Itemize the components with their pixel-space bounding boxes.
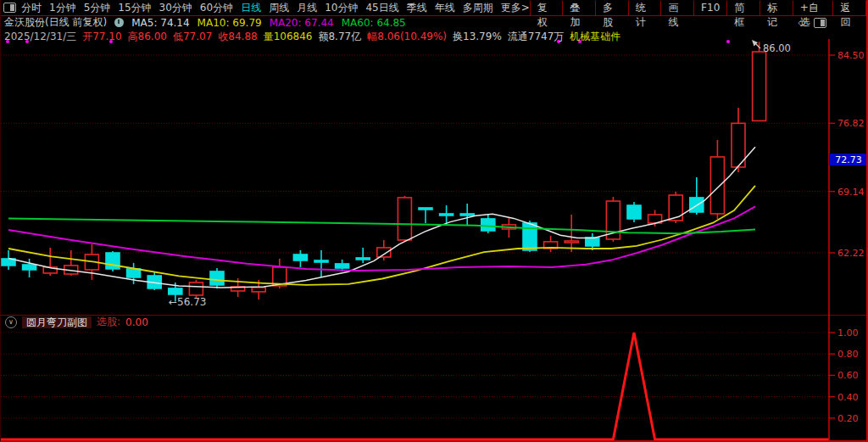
candle (23, 265, 36, 270)
period-menu: 分时1分钟5分钟15分钟30分钟60分钟日线周线月线10分钟45日线季线年线多周… (19, 1, 530, 15)
period-menu-item[interactable]: 45日线 (365, 1, 398, 15)
toolbar-button[interactable]: 标记 (760, 1, 793, 15)
toolbar-button[interactable]: F10 (693, 1, 726, 15)
alarm-icon[interactable] (114, 18, 124, 27)
svg-text:72.73: 72.73 (835, 154, 862, 165)
candle (460, 214, 474, 215)
indicator-select-value: 0.00 (125, 316, 148, 328)
field-change: 幅8.06(10.49%) (367, 30, 447, 44)
price-axis-label: 76.82 (837, 118, 865, 129)
candle (565, 241, 578, 243)
candle (753, 52, 766, 120)
candle (314, 260, 328, 262)
low-annotation: ←56.73 (169, 296, 206, 308)
indicator-panel-header: ∨ 圆月弯刀副图 选股: 0.00 (1, 316, 148, 328)
field-low: 低77.07 (173, 30, 212, 44)
candle (189, 283, 203, 295)
indicator-chart[interactable]: 1.000.800.600.400.20 (1, 315, 868, 442)
period-menu-item[interactable]: 15分钟 (118, 1, 151, 15)
price-axis-label: 84.50 (837, 50, 865, 61)
period-menu-item[interactable]: 周线 (269, 1, 289, 15)
candle (481, 219, 495, 231)
trading-app-window: 分时1分钟5分钟15分钟30分钟60分钟日线周线月线10分钟45日线季线年线多周… (0, 0, 868, 442)
candle (169, 288, 182, 294)
field-date: 2025/12/31/三 (4, 30, 76, 44)
field-high: 高86.00 (128, 30, 167, 44)
period-menu-item[interactable]: 60分钟 (200, 1, 233, 15)
grid-lines: 1.000.800.600.400.20 (1, 327, 859, 424)
main-candlestick-chart[interactable]: 84.5076.8269.1462.2272.7386.00←56.73 (1, 39, 868, 315)
field-industry[interactable]: 机械基础件 (570, 30, 620, 44)
candle (669, 195, 682, 221)
collapse-icon[interactable]: ∨ (5, 316, 17, 328)
indicator-axis-label: 0.60 (837, 370, 859, 381)
candle (398, 198, 411, 240)
candle (377, 248, 391, 257)
toolbar-button[interactable]: 多股 (595, 1, 628, 15)
ma10-value: MA10: 69.79 (198, 17, 262, 29)
period-menu-item[interactable]: 1分钟 (49, 1, 76, 15)
field-open: 开77.10 (82, 30, 121, 44)
candle (210, 271, 224, 285)
period-menu-item[interactable]: 10分钟 (325, 1, 358, 15)
period-menubar: 分时1分钟5分钟15分钟30分钟60分钟日线周线月线10分钟45日线季线年线多周… (1, 0, 866, 16)
candle (586, 238, 599, 246)
ma5-value: MA5: 74.14 (131, 17, 189, 29)
high-annotation: 86.00 (763, 42, 791, 54)
candle (440, 214, 453, 215)
field-float-shares: 流通7747万 (508, 30, 565, 44)
period-menu-item[interactable]: 季线 (407, 1, 427, 15)
ma60-value: MA60: 64.85 (342, 17, 406, 29)
field-amount: 额8.77亿 (318, 30, 361, 44)
toolbar-button[interactable]: +自选 (793, 1, 833, 15)
window-icon[interactable] (3, 3, 16, 13)
annotations: 86.00←56.73 (169, 40, 791, 308)
ma-values: MA5: 74.14MA10: 69.79MA20: 67.44MA60: 64… (131, 17, 406, 29)
candle (127, 269, 141, 277)
toolbar-button[interactable]: 简框 (726, 1, 760, 15)
indicator-select-label: 选股: (97, 315, 120, 329)
toolbar-button[interactable]: 返回 (832, 1, 866, 15)
candles (2, 42, 766, 301)
indicator-line (1, 333, 829, 439)
period-menu-item[interactable]: 30分钟 (159, 1, 192, 15)
period-menu-item[interactable]: 月线 (297, 1, 317, 15)
indicator-name[interactable]: 圆月弯刀副图 (22, 316, 92, 328)
toolbar-button[interactable]: 统计 (628, 1, 661, 15)
current-price-marker: 72.73 (829, 154, 868, 165)
window-icon[interactable] (814, 18, 826, 28)
period-menu-item[interactable]: 更多> (501, 1, 530, 15)
field-turnover: 换13.79% (453, 30, 502, 44)
period-menu-item[interactable]: 分时 (21, 1, 42, 15)
candle (419, 208, 432, 210)
period-menu-item[interactable]: 日线 (241, 1, 261, 15)
candle (252, 288, 265, 292)
candle (627, 205, 641, 219)
field-close: 收84.88 (218, 30, 257, 44)
candle (523, 223, 537, 250)
ma-line-MA20 (8, 206, 755, 271)
indicator-axis-label: 1.00 (837, 327, 859, 338)
indicator-axis-label: 0.20 (837, 413, 859, 424)
candle (710, 157, 724, 214)
ohlc-info-bar: 2025/12/31/三开77.10高86.00低77.07收84.88量106… (1, 30, 866, 43)
toolbar-button[interactable]: 画线 (660, 1, 693, 15)
period-menu-item[interactable]: 5分钟 (84, 1, 111, 15)
toolbar-menu: 复权叠加多股统计画线F10简框标记+自选返回 (530, 0, 866, 15)
ma-lines (8, 147, 755, 288)
candle (356, 258, 370, 260)
period-menu-item[interactable]: 年线 (435, 1, 455, 15)
indicator-axis-label: 0.80 (837, 349, 859, 360)
ma20-value: MA20: 67.44 (270, 17, 334, 29)
candle (293, 255, 307, 260)
toolbar-button[interactable]: 复权 (530, 1, 563, 15)
price-axis-label: 69.14 (837, 187, 865, 198)
field-volume: 量106846 (264, 30, 313, 44)
price-axis-label: 62.22 (837, 248, 865, 259)
indicator-axis-label: 0.40 (837, 392, 859, 403)
period-menu-item[interactable]: 多周期 (463, 1, 493, 15)
candle (336, 264, 349, 268)
stock-title: 金沃股份(日线 前复权) (4, 15, 107, 30)
toolbar-button[interactable]: 叠加 (562, 1, 595, 15)
